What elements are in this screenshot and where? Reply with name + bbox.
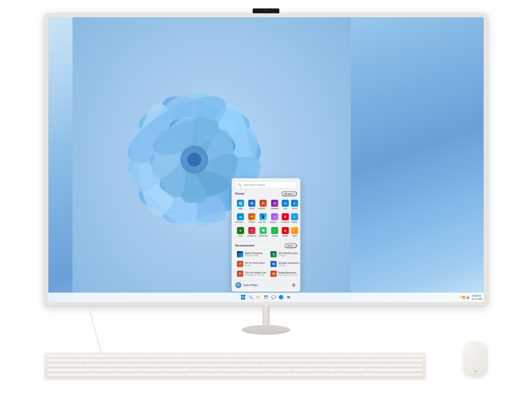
paint-icon: 🎨	[291, 227, 298, 234]
section-divider	[235, 241, 297, 241]
all-apps-button[interactable]: All apps ›	[282, 191, 297, 196]
key-b	[210, 374, 234, 377]
key-slash	[336, 374, 360, 377]
start-menu: 🔍 Pinned All apps ›	[232, 178, 300, 292]
rec-photoshop-sub: Recently added	[245, 254, 263, 257]
key-5	[173, 359, 197, 363]
diy-icon: P	[237, 261, 243, 267]
app-pinterest[interactable]: P Pinterest	[281, 212, 290, 225]
key-row-4	[48, 369, 422, 372]
key-1	[73, 359, 97, 363]
edge-label: Edge	[238, 208, 243, 210]
word-label: Word	[249, 208, 254, 210]
start-button[interactable]	[240, 294, 247, 300]
app-twitter[interactable]: 𝕏 Twitter	[291, 212, 298, 225]
rec-zerowaste[interactable]: P The Zero Waste Chef Yesterday at 4:24 …	[235, 269, 268, 278]
key-del	[383, 355, 422, 358]
rec-rental-name: Rental Agreement	[279, 272, 298, 274]
taskbar: 🔍 📁 🗔 💬	[48, 293, 484, 302]
system-tray-icons: ^ 📶 🔊	[460, 296, 470, 299]
spotify-label: Spotify	[272, 235, 278, 237]
search-bar[interactable]: 🔍	[235, 182, 297, 188]
key-row-1	[48, 355, 422, 358]
rec-donation-text: Donation Instructions 12h ago	[279, 262, 299, 266]
monitor: 🔍 Pinned All apps ›	[44, 13, 488, 306]
user-info[interactable]: T Taylor Philips	[235, 282, 258, 288]
app-edge[interactable]: Edge	[235, 198, 246, 211]
key-f9	[277, 355, 303, 358]
key-2	[98, 359, 122, 363]
photos-label: Photos	[249, 221, 255, 223]
key-u	[235, 364, 260, 367]
app-paint[interactable]: 🎨 Paint	[291, 226, 298, 239]
xbox-icon: ⊕	[237, 227, 244, 234]
pinterest-icon: P	[282, 213, 289, 220]
key-a	[92, 369, 117, 372]
app-word[interactable]: W Word	[247, 198, 257, 211]
app-spotify[interactable]: ♪ Spotify	[269, 226, 280, 239]
app-store[interactable]: 🛍 Microsoft Store	[235, 212, 246, 225]
phone-label: Your Phone	[258, 221, 268, 223]
rec-zerowaste-sub: Yesterday at 4:24 PM	[245, 274, 266, 276]
rec-donation[interactable]: W Donation Instructions 12h ago	[269, 260, 302, 268]
key-t	[185, 364, 210, 367]
recommended-header: Recommended More ›	[235, 243, 297, 248]
app-powerpoint[interactable]: P PowerPoint	[258, 198, 268, 211]
key-f	[168, 369, 192, 372]
taskbar-chat[interactable]: 💬	[270, 294, 277, 300]
pinned-header: Pinned All apps ›	[235, 191, 297, 196]
webcam-lens	[265, 10, 267, 11]
expenses-icon: X	[270, 251, 277, 257]
key-m	[260, 374, 285, 377]
taskbar-search[interactable]: 🔍	[248, 294, 254, 300]
rec-diy[interactable]: P DIY for Home Decor 2h ago	[235, 260, 268, 268]
scene: 🔍 Pinned All apps ›	[0, 0, 532, 399]
app-snipping[interactable]: ✂ Snipping Tool	[269, 212, 280, 225]
key-r	[160, 364, 185, 367]
app-phone[interactable]: 📱 Your Phone	[258, 212, 268, 225]
key-9	[273, 359, 298, 363]
app-photos[interactable]: 🌄 Photos	[247, 212, 257, 225]
recommended-grid: Ps Adobe Photoshop Recently added X	[235, 250, 297, 278]
app-todo[interactable]: ✔ To Do	[291, 198, 298, 211]
key-6	[198, 359, 222, 363]
more-button[interactable]: More ›	[285, 243, 297, 248]
app-amongus[interactable]: 👾 Among Us	[247, 226, 257, 239]
monitor-stand-base	[242, 325, 290, 335]
key-lbracket	[335, 364, 360, 367]
chevron-right-icon-2: ›	[293, 245, 294, 247]
key-tilde	[48, 359, 72, 363]
key-equals	[348, 359, 373, 363]
keyboard-cable	[89, 311, 102, 354]
taskbar-time-label: 11:11 AM	[472, 297, 482, 300]
key-f3	[117, 355, 143, 358]
search-input[interactable]	[243, 184, 294, 186]
taskbar-widgets[interactable]: 🗔	[263, 294, 269, 300]
key-rshift	[361, 374, 422, 377]
power-button[interactable]: ⏻	[291, 282, 297, 288]
recommended-label: Recommended	[235, 244, 254, 247]
key-row-3	[48, 364, 422, 367]
key-3	[123, 359, 147, 363]
taskbar-store[interactable]: 🛍	[285, 294, 292, 300]
snipping-icon: ✂	[271, 213, 278, 220]
rec-expenses[interactable]: X 2021 Monthly Expenses 17h ago	[269, 250, 302, 259]
app-xbox[interactable]: ⊕ Xbox	[235, 226, 246, 239]
app-whatsapp[interactable]: 💬 WhatsApp	[258, 226, 268, 239]
rec-donation-name: Donation Instructions	[279, 262, 299, 264]
rec-rental[interactable]: W Rental Agreement Yesterday at 3:15 PM	[269, 269, 302, 278]
key-f4	[144, 355, 170, 358]
taskbar-date: 10/20/21	[472, 294, 482, 297]
app-onenote[interactable]: N OneNote	[269, 198, 280, 211]
key-f2	[91, 355, 117, 358]
rec-photoshop[interactable]: Ps Adobe Photoshop Recently added	[235, 250, 268, 259]
webcam	[253, 8, 279, 13]
taskbar-edge[interactable]	[278, 294, 284, 300]
photoshop-icon: Ps	[237, 251, 243, 257]
key-enter	[386, 364, 422, 367]
taskbar-files[interactable]: 📁	[255, 294, 262, 300]
app-netflix[interactable]: N Netflix	[281, 226, 290, 239]
more-label: More	[287, 244, 293, 247]
pinterest-label: Pinterest	[281, 221, 289, 223]
app-mail[interactable]: ✉ Mail	[281, 198, 290, 211]
